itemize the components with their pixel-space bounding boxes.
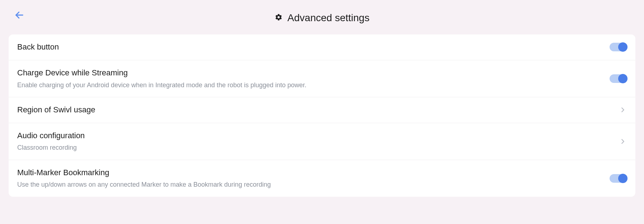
setting-title: Audio configuration [17, 130, 619, 141]
toggle-charge-device[interactable] [610, 74, 627, 83]
setting-title: Charge Device while Streaming [17, 67, 610, 79]
chevron-right-icon [619, 137, 627, 145]
header: Advanced settings [0, 0, 644, 34]
toggle-multi-marker[interactable] [610, 174, 627, 183]
setting-charge-device[interactable]: Charge Device while Streaming Enable cha… [9, 60, 635, 97]
setting-title: Region of Swivl usage [17, 104, 619, 116]
toggle-thumb [618, 42, 628, 52]
toggle-thumb [618, 174, 628, 183]
gear-icon [275, 13, 283, 23]
arrow-left-icon [14, 10, 24, 20]
setting-subtitle: Use the up/down arrows on any connected … [17, 180, 610, 189]
setting-multi-marker[interactable]: Multi-Marker Bookmarking Use the up/down… [9, 160, 635, 197]
chevron-right-icon [619, 106, 627, 114]
setting-text: Back button [17, 42, 610, 53]
toggle-thumb [618, 74, 628, 83]
toggle-back-button[interactable] [610, 43, 627, 51]
setting-region[interactable]: Region of Swivl usage [9, 97, 635, 123]
setting-subtitle: Classroom recording [17, 143, 619, 152]
settings-panel: Back button Charge Device while Streamin… [9, 34, 635, 197]
setting-text: Audio configuration Classroom recording [17, 130, 619, 153]
setting-audio-config[interactable]: Audio configuration Classroom recording [9, 123, 635, 160]
setting-title: Back button [17, 42, 610, 53]
setting-back-button[interactable]: Back button [9, 34, 635, 60]
setting-text: Charge Device while Streaming Enable cha… [17, 67, 610, 90]
back-button[interactable] [14, 10, 24, 20]
setting-title: Multi-Marker Bookmarking [17, 167, 610, 178]
header-title-wrapper: Advanced settings [14, 7, 630, 24]
setting-text: Multi-Marker Bookmarking Use the up/down… [17, 167, 610, 190]
setting-subtitle: Enable charging of your Android device w… [17, 81, 610, 90]
page-title: Advanced settings [288, 12, 370, 24]
setting-text: Region of Swivl usage [17, 104, 619, 116]
